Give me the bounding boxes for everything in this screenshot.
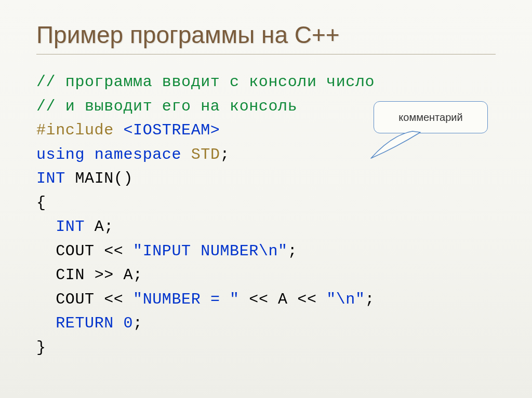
main-fn: MAIN: [75, 170, 113, 187]
int-return-type: INT: [36, 170, 65, 187]
return-value: 0: [114, 314, 133, 332]
cout-1: COUT: [56, 242, 94, 260]
var-int-type: INT: [56, 218, 85, 236]
cin: CIN: [56, 266, 85, 284]
string-literal-3: "\n": [326, 291, 365, 308]
slide-title: Пример программы на C++: [36, 21, 496, 49]
parens: (): [114, 170, 133, 187]
semicolon: ;: [220, 146, 230, 163]
cin-rest: >> A;: [85, 266, 143, 284]
string-literal-1: "INPUT NUMBER\n": [133, 242, 288, 260]
code-comment-2: // и выводит его на консоль: [36, 98, 297, 115]
stream-op-2: <<: [95, 291, 133, 308]
callout-comment: комментарий: [368, 101, 488, 163]
cout2-mid: << A <<: [240, 291, 326, 308]
std-identifier: STD: [191, 146, 220, 163]
using-keyword: using: [36, 146, 85, 163]
include-keyword: #include: [36, 121, 114, 139]
close-brace: }: [36, 339, 46, 356]
var-name: A;: [85, 218, 114, 236]
string-literal-2: "NUMBER = ": [133, 291, 240, 308]
cout-2: COUT: [56, 291, 94, 308]
include-target: <IOSTREAM>: [123, 121, 220, 139]
namespace-keyword: namespace: [95, 146, 181, 163]
cout2-end: ;: [365, 291, 375, 308]
title-underline: [36, 54, 496, 54]
callout-tail: [368, 127, 431, 161]
callout-label: комментарий: [398, 112, 462, 123]
code-comment-1: // программа вводит с консоли число: [36, 73, 375, 91]
return-keyword: RETURN: [56, 314, 114, 332]
cout1-end: ;: [288, 242, 298, 260]
return-end: ;: [133, 314, 143, 332]
stream-op-1: <<: [95, 242, 133, 260]
open-brace: {: [36, 194, 46, 212]
